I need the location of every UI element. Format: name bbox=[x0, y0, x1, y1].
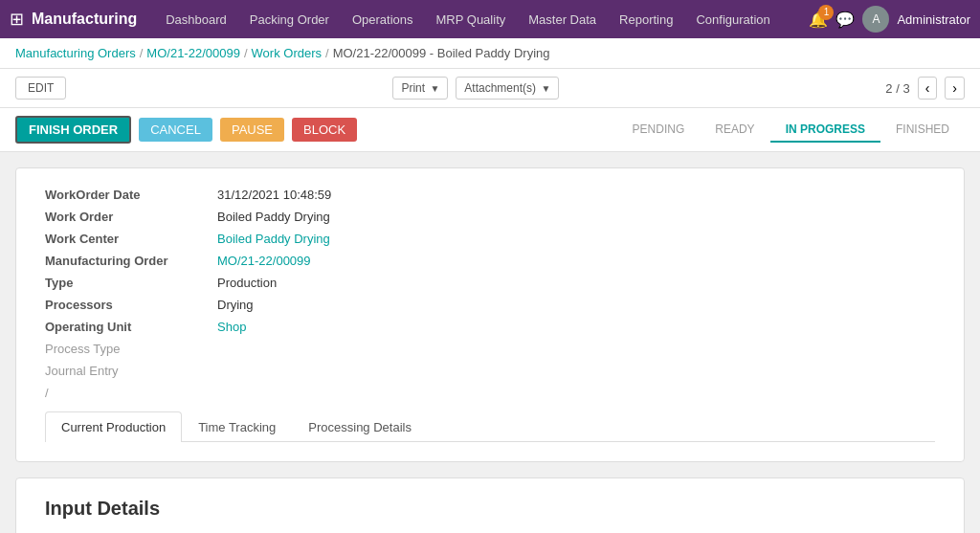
top-action-bar: EDIT Print ▼ Attachment(s) ▼ 2 / 3 ‹ › bbox=[0, 69, 980, 108]
manufacturing-order-value[interactable]: MO/21-22/00099 bbox=[217, 254, 311, 268]
nav-operations[interactable]: Operations bbox=[343, 0, 423, 38]
field-workorder-date: WorkOrder Date 31/12/2021 10:48:59 bbox=[45, 188, 935, 202]
breadcrumb-mo-number[interactable]: MO/21-22/00099 bbox=[146, 46, 240, 60]
field-operating-unit: Operating Unit Shop bbox=[45, 320, 935, 334]
breadcrumb-current-page: MO/21-22/00099 - Boiled Paddy Drying bbox=[333, 46, 550, 60]
grid-icon[interactable]: ⊞ bbox=[10, 9, 24, 30]
tab-current-production[interactable]: Current Production bbox=[45, 411, 182, 442]
field-manufacturing-order: Manufacturing Order MO/21-22/00099 bbox=[45, 254, 935, 268]
finish-order-button[interactable]: FINISH ORDER bbox=[15, 116, 131, 144]
field-journal-entry: Journal Entry bbox=[45, 364, 935, 378]
nav-reporting[interactable]: Reporting bbox=[610, 0, 682, 38]
type-value: Production bbox=[217, 276, 277, 290]
pagination-info: 2 / 3 bbox=[885, 81, 909, 96]
breadcrumb: Manufacturing Orders / MO/21-22/00099 / … bbox=[0, 38, 980, 69]
nav-master-data[interactable]: Master Data bbox=[519, 0, 606, 38]
work-center-value[interactable]: Boiled Paddy Drying bbox=[217, 232, 330, 246]
processors-value: Drying bbox=[217, 298, 254, 312]
block-button[interactable]: BLOCK bbox=[292, 118, 357, 142]
field-work-center: Work Center Boiled Paddy Drying bbox=[45, 232, 935, 246]
breadcrumb-work-orders[interactable]: Work Orders bbox=[252, 46, 322, 60]
nav-right-icons: 🔔 1 💬 A Administrator bbox=[809, 6, 970, 33]
status-pending: PENDING bbox=[617, 118, 701, 143]
main-content: WorkOrder Date 31/12/2021 10:48:59 Work … bbox=[0, 152, 980, 533]
notification-bell[interactable]: 🔔 1 bbox=[809, 11, 828, 29]
nav-packing-order[interactable]: Packing Order bbox=[240, 0, 339, 38]
field-process-type: Process Type bbox=[45, 342, 935, 356]
pagination-next[interactable]: › bbox=[945, 77, 965, 100]
operating-unit-value[interactable]: Shop bbox=[217, 320, 246, 334]
print-dropdown-icon: ▼ bbox=[430, 83, 439, 94]
status-finished: FINISHED bbox=[880, 118, 965, 143]
attachments-dropdown-icon: ▼ bbox=[541, 83, 550, 94]
top-navigation: ⊞ Manufacturing Dashboard Packing Order … bbox=[0, 0, 980, 38]
slash-value: / bbox=[45, 386, 49, 400]
tab-processing-details[interactable]: Processing Details bbox=[292, 411, 428, 442]
status-ready: READY bbox=[700, 118, 769, 143]
field-type: Type Production bbox=[45, 276, 935, 290]
form-card: WorkOrder Date 31/12/2021 10:48:59 Work … bbox=[15, 167, 965, 462]
input-details-title: Input Details bbox=[45, 498, 935, 520]
nav-configuration[interactable]: Configuration bbox=[686, 0, 779, 38]
notification-badge: 1 bbox=[818, 5, 834, 20]
tabs-bar: Current Production Time Tracking Process… bbox=[45, 411, 935, 442]
user-avatar: A bbox=[862, 6, 889, 33]
user-name: Administrator bbox=[897, 12, 970, 27]
print-dropdown[interactable]: Print ▼ bbox=[392, 77, 448, 100]
field-processors: Processors Drying bbox=[45, 298, 935, 312]
edit-button[interactable]: EDIT bbox=[15, 77, 66, 100]
field-work-order: Work Order Boiled Paddy Drying bbox=[45, 210, 935, 224]
app-name: Manufacturing bbox=[32, 11, 137, 28]
breadcrumb-manufacturing-orders[interactable]: Manufacturing Orders bbox=[15, 46, 136, 60]
order-action-bar: FINISH ORDER CANCEL PAUSE BLOCK PENDING … bbox=[0, 108, 980, 152]
chat-icon[interactable]: 💬 bbox=[835, 11, 855, 29]
attachments-dropdown[interactable]: Attachment(s) ▼ bbox=[456, 77, 559, 100]
status-steps: PENDING READY IN PROGRESS FINISHED bbox=[617, 118, 965, 143]
cancel-button[interactable]: CANCEL bbox=[139, 118, 212, 142]
pagination-prev[interactable]: ‹ bbox=[918, 77, 938, 100]
nav-mrp-quality[interactable]: MRP Quality bbox=[427, 0, 516, 38]
workorder-date-value: 31/12/2021 10:48:59 bbox=[217, 188, 331, 202]
tab-time-tracking[interactable]: Time Tracking bbox=[182, 411, 292, 442]
status-in-progress: IN PROGRESS bbox=[770, 118, 880, 143]
nav-dashboard[interactable]: Dashboard bbox=[156, 0, 236, 38]
field-slash: / bbox=[45, 386, 935, 400]
pause-button[interactable]: PAUSE bbox=[220, 118, 284, 142]
input-details-card: Input Details # Product Material Type So… bbox=[15, 477, 965, 533]
work-order-value: Boiled Paddy Drying bbox=[217, 210, 330, 224]
